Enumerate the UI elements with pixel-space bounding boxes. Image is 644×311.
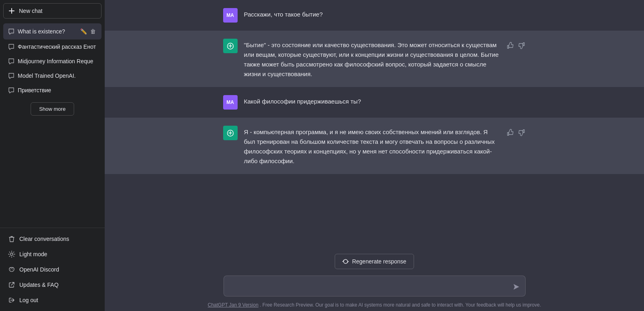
chat-icon [8, 73, 14, 79]
assistant-message-text: "Бытие" - это состояние или качество сущ… [244, 39, 499, 79]
sun-icon [8, 251, 15, 258]
user-initials: MA [226, 12, 234, 18]
footer-text: . Free Research Preview. Our goal is to … [260, 302, 541, 308]
user-initials: MA [226, 100, 234, 105]
logout-icon [8, 296, 15, 304]
user-message-text: Какой философии придерживаешься ты? [244, 95, 526, 106]
assistant-avatar [223, 39, 238, 53]
sidebar: New chat What is existence? ✏️ 🗑 Фантаст… [0, 0, 105, 311]
message-inner: MA Какой философии придерживаешься ты? [213, 95, 536, 110]
thumbs-down-button[interactable] [517, 128, 526, 139]
thumbs-up-button[interactable] [506, 41, 515, 52]
discord-icon [8, 266, 15, 273]
conversation-item[interactable]: Model Trained OpenAI. [3, 68, 101, 83]
send-button[interactable] [512, 282, 521, 293]
regenerate-label: Regenerate response [352, 258, 406, 265]
openai-icon [226, 42, 234, 50]
message-row-user: MA Какой философии придерживаешься ты? [105, 87, 644, 118]
external-link-icon [8, 281, 15, 288]
show-more-button[interactable]: Show more [31, 102, 74, 116]
message-actions [506, 39, 526, 52]
chat-icon [8, 87, 14, 93]
conversation-item[interactable]: Midjourney Information Reque [3, 54, 101, 68]
message-inner: MA Расскажи, что такое бытие? [213, 8, 536, 23]
discord-label: OpenAI Discord [19, 266, 59, 273]
assistant-message-text: Я - компьютерная программа, и я не имею … [244, 126, 499, 166]
chat-input-area: Regenerate response ChatGPT Jan 9 Versio… [105, 247, 644, 311]
chat-icon [8, 28, 14, 35]
thumbs-down-icon [518, 129, 525, 136]
new-chat-button[interactable]: New chat [3, 3, 101, 19]
sidebar-light-mode[interactable]: Light mode [3, 247, 101, 262]
chat-icon [8, 58, 14, 64]
conversation-label: Фантастический рассказ Енот [18, 44, 97, 50]
conversation-item[interactable]: What is existence? ✏️ 🗑 [3, 23, 101, 39]
new-chat-label: New chat [19, 8, 42, 14]
openai-icon [226, 129, 234, 137]
faq-label: Updates & FAQ [19, 282, 58, 288]
regenerate-button[interactable]: Regenerate response [335, 254, 414, 269]
conversation-item[interactable]: Фантастический рассказ Енот [3, 39, 101, 54]
conversation-actions: ✏️ 🗑 [79, 27, 97, 35]
svg-point-0 [10, 253, 13, 255]
clear-conversations-label: Clear conversations [19, 236, 69, 242]
thumbs-up-icon [507, 129, 514, 136]
user-avatar: MA [223, 8, 238, 23]
plus-icon [8, 8, 15, 14]
footer-note: ChatGPT Jan 9 Version . Free Research Pr… [208, 302, 541, 308]
conversation-label: Приветствие [18, 87, 97, 93]
light-mode-label: Light mode [19, 251, 47, 257]
edit-conversation-button[interactable]: ✏️ [79, 27, 88, 35]
sidebar-clear-conversations[interactable]: Clear conversations [3, 231, 101, 247]
conversation-label: Midjourney Information Reque [18, 58, 97, 64]
assistant-avatar [223, 126, 238, 140]
sidebar-bottom: Clear conversations Light mode OpenAI Di… [0, 228, 105, 311]
message-inner: "Бытие" - это состояние или качество сущ… [213, 39, 536, 79]
trash-icon [8, 235, 15, 243]
thumbs-down-icon [518, 42, 525, 49]
delete-conversation-button[interactable]: 🗑 [89, 27, 97, 35]
sidebar-logout[interactable]: Log out [3, 292, 101, 308]
chat-input[interactable] [224, 276, 526, 297]
thumbs-down-button[interactable] [517, 41, 526, 52]
conversation-label: Model Trained OpenAI. [18, 73, 97, 79]
conversation-item[interactable]: Приветствие [3, 83, 101, 97]
send-icon [513, 283, 520, 290]
input-wrapper [224, 276, 526, 299]
message-inner: Я - компьютерная программа, и я не имею … [213, 126, 536, 166]
chat-icon [8, 44, 14, 50]
logout-label: Log out [19, 297, 38, 303]
user-avatar: MA [223, 95, 238, 110]
main-content: MA Расскажи, что такое бытие? "Бытие" - … [105, 0, 644, 311]
conversation-list: What is existence? ✏️ 🗑 Фантастический р… [0, 22, 105, 228]
message-actions [506, 126, 526, 139]
thumbs-up-button[interactable] [506, 128, 515, 139]
thumbs-up-icon [507, 42, 514, 49]
footer-link[interactable]: ChatGPT Jan 9 Version [208, 302, 259, 308]
regenerate-icon [342, 258, 349, 265]
chat-messages: MA Расскажи, что такое бытие? "Бытие" - … [105, 0, 644, 247]
sidebar-discord[interactable]: OpenAI Discord [3, 262, 101, 277]
show-more-label: Show more [39, 106, 66, 112]
message-row-assistant: "Бытие" - это состояние или качество сущ… [105, 31, 644, 87]
user-message-text: Расскажи, что такое бытие? [244, 8, 526, 19]
message-row-assistant: Я - компьютерная программа, и я не имею … [105, 118, 644, 174]
conversation-label: What is existence? [18, 28, 76, 35]
message-row-user: MA Расскажи, что такое бытие? [105, 0, 644, 31]
sidebar-faq[interactable]: Updates & FAQ [3, 277, 101, 292]
